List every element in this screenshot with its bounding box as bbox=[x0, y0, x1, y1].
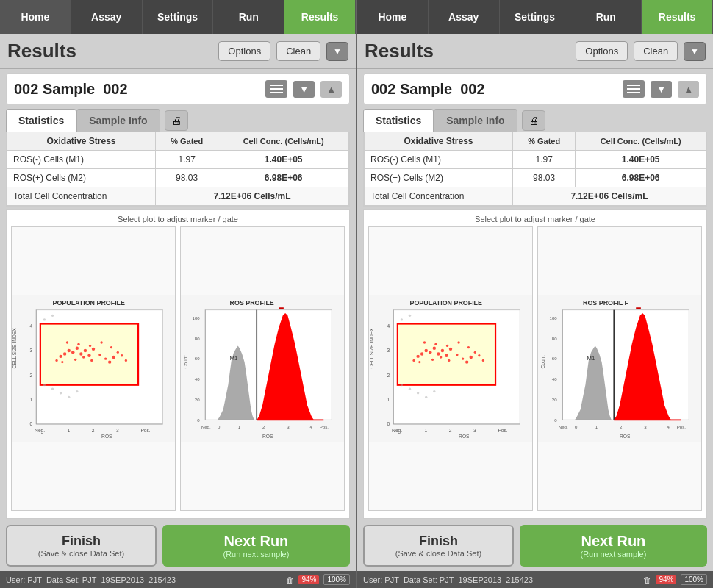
cell-total-value-left: 7.12E+06 Cells/mL bbox=[155, 187, 348, 206]
nav-assay-left[interactable]: Assay bbox=[71, 0, 143, 34]
ros-profile-left[interactable]: ROS PROFILE M1: 1.97% M2: 98.03% Count M… bbox=[180, 226, 345, 511]
svg-text:40: 40 bbox=[195, 376, 200, 381]
svg-point-96 bbox=[412, 359, 415, 362]
results-header-right: Results Options Clean ▼ bbox=[357, 34, 713, 69]
svg-text:0: 0 bbox=[197, 417, 200, 423]
finish-label-right: Finish bbox=[372, 534, 505, 549]
plot-subtitle-left: Select plot to adjust marker / gate bbox=[11, 215, 345, 223]
sample-name-left: 002 Sample_002 bbox=[14, 81, 259, 98]
nav-results-right[interactable]: Results bbox=[642, 0, 713, 34]
svg-point-89 bbox=[424, 349, 427, 352]
next-sub-left: (Run next sample) bbox=[170, 550, 343, 559]
svg-point-21 bbox=[98, 354, 101, 356]
right-panel: Home Assay Settings Run Results Results … bbox=[357, 0, 713, 588]
tab-statistics-left[interactable]: Statistics bbox=[6, 109, 76, 132]
dropdown-button-left[interactable]: ▼ bbox=[326, 42, 348, 61]
svg-point-20 bbox=[90, 359, 93, 362]
cell-conc2-right: 6.98E+06 bbox=[576, 169, 706, 187]
stats-table-right: Oxidative Stress % Gated Cell Conc. (Cel… bbox=[363, 132, 707, 207]
svg-text:100: 100 bbox=[550, 315, 558, 320]
svg-text:0: 0 bbox=[29, 421, 32, 426]
svg-text:ROS: ROS bbox=[459, 434, 470, 439]
svg-point-113 bbox=[401, 384, 403, 386]
sample-down-right[interactable]: ▼ bbox=[651, 81, 672, 98]
svg-text:2: 2 bbox=[449, 428, 452, 433]
table-row: ROS(+) Cells (M2) 98.03 6.98E+06 bbox=[7, 169, 349, 187]
print-button-right[interactable]: 🖨 bbox=[522, 110, 545, 131]
svg-text:1: 1 bbox=[424, 428, 427, 433]
sample-up-right[interactable]: ▲ bbox=[678, 81, 699, 98]
svg-text:60: 60 bbox=[552, 356, 557, 361]
nav-settings-right[interactable]: Settings bbox=[500, 0, 571, 34]
print-button-left[interactable]: 🖨 bbox=[165, 110, 188, 131]
svg-point-109 bbox=[434, 343, 437, 345]
zoom-left: 100% bbox=[323, 574, 350, 585]
options-button-left[interactable]: Options bbox=[218, 41, 270, 61]
svg-point-118 bbox=[401, 318, 403, 320]
list-icon-right[interactable] bbox=[623, 80, 645, 98]
finish-button-right[interactable]: Finish (Save & close Data Set) bbox=[363, 525, 514, 567]
svg-point-25 bbox=[117, 351, 119, 354]
user-label-left: User: PJT bbox=[6, 576, 42, 584]
clean-button-right[interactable]: Clean bbox=[634, 41, 678, 61]
svg-point-17 bbox=[61, 361, 63, 363]
nav-assay-right[interactable]: Assay bbox=[429, 0, 500, 34]
svg-point-98 bbox=[431, 359, 434, 361]
svg-text:M1: M1 bbox=[230, 355, 238, 362]
svg-point-90 bbox=[429, 351, 431, 354]
svg-point-28 bbox=[66, 341, 68, 343]
nav-home-right[interactable]: Home bbox=[357, 0, 429, 34]
nav-home-left[interactable]: Home bbox=[0, 0, 71, 34]
population-profile-right[interactable]: POPULATION PROFILE CELL SIZE INDEX ROS bbox=[368, 226, 533, 511]
cell-total-label-right: Total Cell Concentration bbox=[365, 187, 513, 206]
svg-text:4: 4 bbox=[667, 424, 670, 429]
svg-point-95 bbox=[449, 348, 452, 351]
nav-settings-left[interactable]: Settings bbox=[143, 0, 214, 34]
plots-row-right: POPULATION PROFILE CELL SIZE INDEX ROS bbox=[368, 226, 702, 511]
svg-point-22 bbox=[104, 358, 107, 360]
svg-point-115 bbox=[417, 392, 419, 394]
sample-up-left[interactable]: ▲ bbox=[320, 81, 342, 98]
svg-point-93 bbox=[441, 349, 444, 352]
population-profile-left[interactable]: POPULATION PROFILE CELL SIZE INDEX ROS bbox=[11, 226, 176, 511]
svg-text:3: 3 bbox=[29, 348, 32, 353]
clean-button-left[interactable]: Clean bbox=[276, 41, 320, 61]
options-button-right[interactable]: Options bbox=[576, 41, 628, 61]
tab-sampleinfo-right[interactable]: Sample Info bbox=[434, 109, 517, 132]
svg-point-8 bbox=[63, 352, 66, 355]
user-label-right: User: PJT bbox=[363, 576, 399, 584]
dropdown-button-right[interactable]: ▼ bbox=[684, 42, 706, 61]
list-icon-left[interactable] bbox=[265, 80, 287, 98]
ros-profile-right[interactable]: ROS PROFIL F M1: 1.97% M2: 98.03% Count … bbox=[537, 226, 702, 511]
nav-run-left[interactable]: Run bbox=[213, 0, 284, 34]
svg-text:3: 3 bbox=[287, 424, 290, 429]
svg-point-97 bbox=[418, 361, 420, 363]
svg-point-117 bbox=[433, 390, 435, 392]
table-row-total-left: Total Cell Concentration 7.12E+06 Cells/… bbox=[7, 187, 349, 206]
nav-run-right[interactable]: Run bbox=[570, 0, 642, 34]
tab-statistics-right[interactable]: Statistics bbox=[363, 109, 434, 132]
sample-name-right: 002 Sample_002 bbox=[371, 81, 617, 98]
svg-text:2: 2 bbox=[92, 428, 95, 433]
svg-text:4: 4 bbox=[387, 323, 390, 329]
svg-text:ROS: ROS bbox=[262, 434, 273, 439]
svg-text:ROS: ROS bbox=[101, 434, 112, 439]
next-run-button-left[interactable]: Next Run (Run next sample) bbox=[162, 525, 350, 567]
next-label-left: Next Run bbox=[170, 533, 343, 550]
svg-text:1: 1 bbox=[595, 424, 598, 429]
nav-results-left[interactable]: Results bbox=[284, 0, 356, 34]
cell-total-value-right: 7.12E+06 Cells/mL bbox=[512, 187, 706, 206]
svg-point-35 bbox=[60, 392, 62, 394]
svg-text:20: 20 bbox=[552, 397, 557, 402]
tab-sampleinfo-left[interactable]: Sample Info bbox=[76, 109, 160, 132]
finish-button-left[interactable]: Finish (Save & close Data Set) bbox=[6, 525, 157, 567]
svg-text:4: 4 bbox=[29, 323, 32, 329]
svg-text:20: 20 bbox=[195, 397, 200, 402]
next-run-button-right[interactable]: Next Run (Run next sample) bbox=[520, 525, 707, 567]
dataset-label-right: Data Set: PJT_19SEP2013_215423 bbox=[404, 576, 533, 584]
svg-text:POPULATION PROFILE: POPULATION PROFILE bbox=[53, 299, 126, 306]
cell-gated1-left: 1.97 bbox=[155, 151, 218, 169]
svg-text:Neg.: Neg. bbox=[35, 428, 45, 434]
sample-down-left[interactable]: ▼ bbox=[293, 81, 315, 98]
svg-text:ROS: ROS bbox=[620, 434, 631, 439]
